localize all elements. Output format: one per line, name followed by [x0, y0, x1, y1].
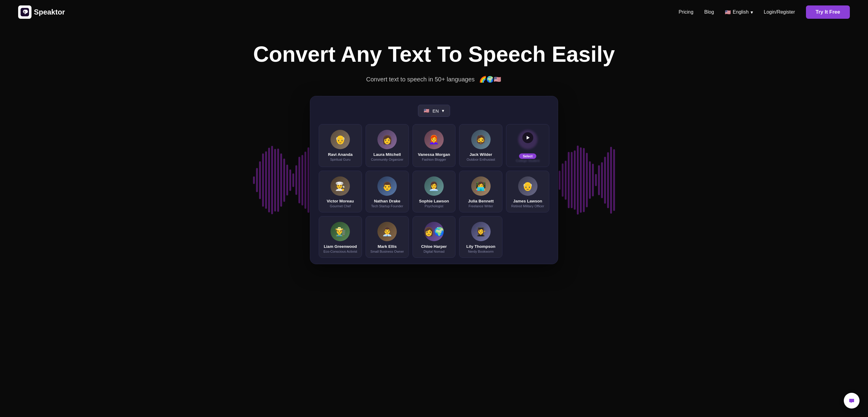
voice-card-victor[interactable]: 👨‍🍳 Victor Moreau Gourmet Chef: [319, 171, 362, 213]
lang-dropdown-row: 🇺🇸 EN ▾: [319, 105, 549, 117]
voice-name-sophie: Sophie Lawson: [416, 199, 453, 203]
avatar-mark: 👨‍💼: [377, 222, 397, 241]
waveform-bar: [268, 148, 270, 213]
voice-name-lily: Lily Thompson: [462, 244, 499, 249]
voice-role-liam: Eco-Conscious Activist: [322, 250, 359, 253]
avatar-chloe: 👩‍🌍: [424, 222, 444, 241]
waveform-bar: [265, 151, 267, 209]
voice-role-chloe: Digital Nomad: [416, 250, 453, 253]
logo[interactable]: S Speaktor: [18, 5, 65, 19]
waveform-bar: [559, 171, 560, 190]
waveform-bar: [277, 149, 279, 212]
play-button-overlay[interactable]: [522, 132, 533, 143]
waveform-bar: [262, 153, 264, 207]
voice-card-julia[interactable]: 👩‍💻 Julia Bennett Freelance Writer: [459, 171, 502, 213]
voice-card-laura[interactable]: 👩 Laura Mitchell Community Organizer: [366, 124, 409, 167]
waveform-bar: [613, 149, 615, 211]
avatar-laura: 👩: [377, 130, 397, 149]
language-label: English: [733, 9, 748, 15]
voice-card-james[interactable]: 👴 James Lawson Retired Military Officer: [506, 171, 549, 213]
language-select-button[interactable]: 🇺🇸 EN ▾: [418, 105, 450, 117]
login-register-link[interactable]: Login/Register: [764, 9, 795, 15]
language-selector[interactable]: 🇺🇸 English ▾: [725, 9, 753, 15]
voice-role-laura: Community Organizer: [369, 158, 406, 161]
waveform-bar: [259, 161, 261, 199]
play-overlay-inner: Select College Student: [509, 130, 546, 162]
us-flag-icon: 🇺🇸: [725, 9, 731, 15]
logo-icon: S: [18, 5, 31, 19]
waveform-bar: [586, 153, 588, 207]
logo-text: Speaktor: [34, 8, 65, 17]
waveform-bar: [292, 173, 294, 187]
hero-subtitle-row: Convert text to speech in 50+ languages …: [6, 75, 862, 84]
voice-name-vanessa: Vanessa Morgan: [416, 152, 453, 157]
avatar-julia: 👩‍💻: [471, 177, 491, 196]
waveform-bar: [592, 164, 594, 197]
avatar-victor: 👨‍🍳: [331, 177, 350, 196]
voice-card-nathan[interactable]: 👨 Nathan Drake Tech Startup Founder: [366, 171, 409, 213]
waveform-bar: [286, 165, 288, 195]
waveform-bar: [574, 151, 576, 210]
voice-card-vanessa[interactable]: 👩‍🦰 Vanessa Morgan Fashion Blogger: [412, 124, 456, 167]
waveform-bar: [589, 161, 591, 199]
chevron-down-icon: ▾: [751, 9, 753, 15]
panel-flag-icon: 🇺🇸: [424, 108, 430, 114]
svg-text:S: S: [24, 10, 25, 13]
navbar: S Speaktor Pricing Blog 🇺🇸 English ▾ Log…: [0, 0, 868, 24]
voice-card-mark[interactable]: 👨‍💼 Mark Ellis Small Business Owner: [366, 216, 409, 258]
try-free-button[interactable]: Try It Free: [806, 5, 850, 19]
voice-card-jack[interactable]: 🧔 Jack Wilder Outdoor Enthusiast: [459, 124, 502, 167]
waveform-bar: [571, 152, 572, 208]
panel-chevron-icon: ▾: [442, 108, 444, 114]
voice-role-vanessa: Fashion Blogger: [416, 158, 453, 161]
avatar-sophie: 👩‍💼: [424, 177, 444, 196]
voice-name-julia: Julia Bennett: [462, 199, 499, 203]
select-tag[interactable]: Select: [519, 153, 536, 159]
nav-right: Pricing Blog 🇺🇸 English ▾ Login/Register…: [679, 5, 850, 19]
waveform-bar: [595, 174, 597, 186]
voice-role-mark: Small Business Owner: [369, 250, 406, 253]
waveform-bar: [256, 168, 258, 192]
waveform-bar: [302, 155, 303, 205]
voice-card-sophie[interactable]: 👩‍💼 Sophie Lawson Psychologist: [412, 171, 456, 213]
waveform-bar: [562, 163, 563, 197]
app-panel: 🇺🇸 EN ▾ 👴 Ravi Ananda Spiritual Guru 👩 L…: [310, 96, 558, 264]
voice-card-ravi[interactable]: 👴 Ravi Ananda Spiritual Guru: [319, 124, 362, 167]
flag-group: 🌈 🌍 🇺🇸: [478, 75, 502, 84]
avatar-james: 👴: [518, 177, 537, 196]
voice-name-ravi: Ravi Ananda: [322, 152, 359, 157]
avatar-liam: 👨‍🌾: [331, 222, 350, 241]
pricing-link[interactable]: Pricing: [679, 9, 693, 15]
svg-marker-2: [527, 136, 530, 139]
voice-name-jack: Jack Wilder: [462, 152, 499, 157]
waveform-bar: [580, 148, 582, 213]
voice-role-sophie: Psychologist: [416, 204, 453, 208]
panel-lang-code: EN: [433, 108, 439, 114]
waveform-bar: [274, 149, 276, 212]
voice-name-mark: Mark Ellis: [369, 244, 406, 249]
waveform-bar: [577, 146, 579, 215]
avatar-ravi: 👴: [331, 130, 350, 149]
waveform-bar: [607, 152, 609, 208]
blog-link[interactable]: Blog: [704, 9, 714, 15]
waveform-bar: [289, 169, 291, 191]
voice-grid-row3: 👨‍🌾 Liam Greenwood Eco-Conscious Activis…: [319, 216, 549, 258]
voice-name-chloe: Chloe Harper: [416, 244, 453, 249]
waveform-bar: [583, 148, 585, 212]
row3-spacer: [506, 216, 549, 222]
waveform-bar: [568, 152, 569, 208]
voice-role-james: Retired Military Officer: [509, 204, 546, 208]
voice-name-liam: Liam Greenwood: [322, 244, 359, 249]
voice-card-chloe[interactable]: 👩‍🌍 Chloe Harper Digital Nomad: [412, 216, 456, 258]
voice-role-julia: Freelance Writer: [462, 204, 499, 208]
voice-role-nathan: Tech Startup Founder: [369, 204, 406, 208]
voice-name-nathan: Nathan Drake: [369, 199, 406, 203]
voice-card-college[interactable]: Select College Student: [506, 124, 549, 167]
voice-card-lily[interactable]: 👩‍🎓 Lily Thompson Nerdy Bookworm: [459, 216, 502, 258]
hero-subtitle-text: Convert text to speech in 50+ languages: [366, 76, 475, 83]
chat-bubble-button[interactable]: [844, 393, 860, 409]
hero-section: Convert Any Text To Speech Easily Conver…: [0, 24, 868, 90]
voice-card-liam[interactable]: 👨‍🌾 Liam Greenwood Eco-Conscious Activis…: [319, 216, 362, 258]
avatar-vanessa: 👩‍🦰: [424, 130, 444, 149]
avatar-lily: 👩‍🎓: [471, 222, 491, 241]
